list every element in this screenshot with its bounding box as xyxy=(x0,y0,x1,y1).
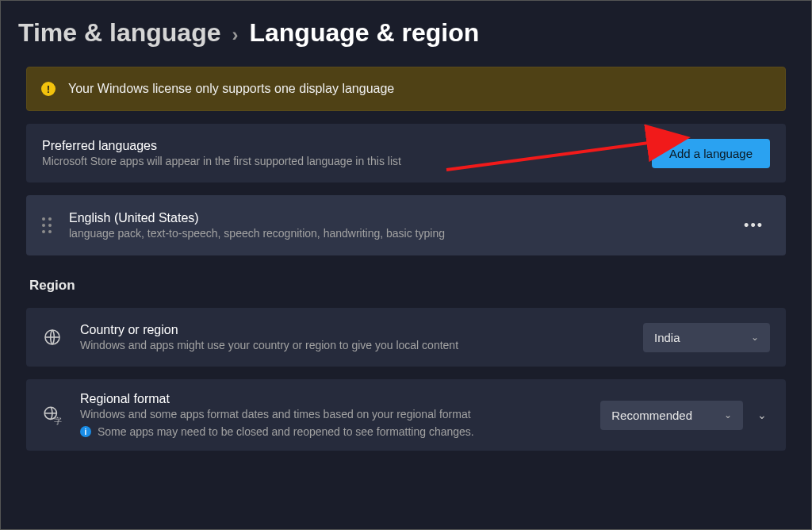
warning-icon: ! xyxy=(41,82,56,96)
country-region-select[interactable]: India ⌄ xyxy=(643,323,770,352)
svg-line-0 xyxy=(446,138,684,170)
regional-format-title: Regional format xyxy=(80,392,474,406)
region-heading: Region xyxy=(29,278,786,294)
chevron-down-icon: ⌄ xyxy=(751,332,759,343)
regional-format-subtitle: Windows and some apps format dates and t… xyxy=(80,408,474,421)
language-item-row[interactable]: English (United States) language pack, t… xyxy=(26,195,786,255)
preferred-languages-title: Preferred languages xyxy=(42,139,401,153)
preferred-languages-card: Preferred languages Microsoft Store apps… xyxy=(26,124,786,182)
regional-format-select[interactable]: Recommended ⌄ xyxy=(600,401,743,430)
license-warning-text: Your Windows license only supports one d… xyxy=(68,82,394,96)
expand-chevron-icon[interactable]: ⌄ xyxy=(754,409,770,421)
regional-format-value: Recommended xyxy=(611,409,692,422)
country-region-value: India xyxy=(654,331,680,344)
chevron-right-icon: › xyxy=(232,24,238,46)
preferred-languages-subtitle: Microsoft Store apps will appear in the … xyxy=(42,155,401,167)
breadcrumb-parent[interactable]: Time & language xyxy=(18,18,220,48)
language-name: English (United States) xyxy=(69,211,445,225)
globe-icon xyxy=(42,328,63,347)
regional-format-notice: Some apps may need to be closed and reop… xyxy=(98,425,474,438)
country-region-subtitle: Windows and apps might use your country … xyxy=(80,339,458,351)
regional-format-card: 字 Regional format Windows and some apps … xyxy=(26,379,786,451)
country-region-card: Country or region Windows and apps might… xyxy=(26,308,786,367)
country-region-title: Country or region xyxy=(80,323,458,337)
language-features: language pack, text-to-speech, speech re… xyxy=(69,227,445,240)
breadcrumb-current: Language & region xyxy=(249,18,479,48)
breadcrumb: Time & language › Language & region xyxy=(18,18,794,48)
info-icon: i xyxy=(80,426,91,437)
regional-format-icon: 字 xyxy=(42,405,63,425)
license-warning-banner: ! Your Windows license only supports one… xyxy=(26,67,786,111)
svg-text:字: 字 xyxy=(54,417,62,425)
add-language-button[interactable]: Add a language xyxy=(652,139,770,168)
chevron-down-icon: ⌄ xyxy=(724,409,732,421)
drag-handle-icon[interactable] xyxy=(42,217,52,233)
language-more-button[interactable]: ••• xyxy=(737,217,770,234)
